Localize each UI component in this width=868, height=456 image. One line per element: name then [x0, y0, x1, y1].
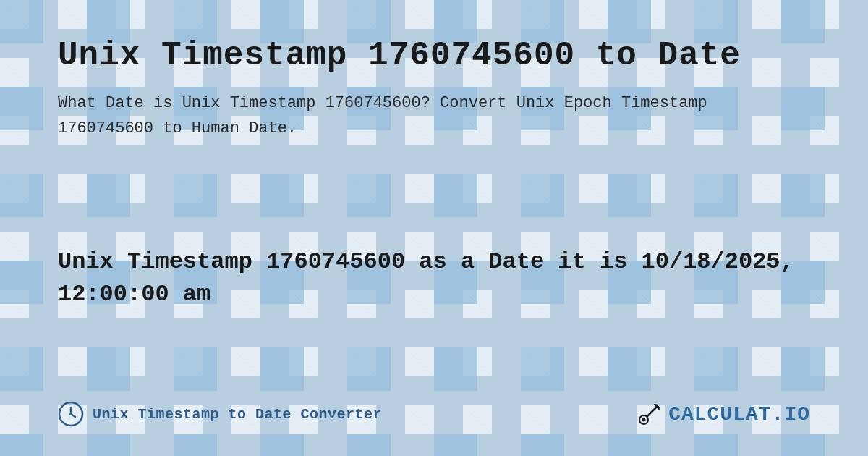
svg-line-6 — [647, 407, 657, 416]
logo-area: CALCULAT.IO — [637, 401, 810, 427]
svg-point-5 — [642, 418, 646, 422]
footer: Unix Timestamp to Date Converter CALCULA… — [58, 401, 810, 434]
logo-text: CALCULAT.IO — [668, 403, 810, 426]
logo-icon — [637, 401, 663, 427]
clock-icon — [58, 401, 84, 427]
top-section: Unix Timestamp 1760745600 to Date What D… — [58, 36, 810, 142]
footer-left: Unix Timestamp to Date Converter — [58, 401, 382, 427]
result-text: Unix Timestamp 1760745600 as a Date it i… — [58, 246, 810, 311]
page-content: Unix Timestamp 1760745600 to Date What D… — [0, 0, 868, 456]
logo-text-accent: .IO — [772, 403, 810, 426]
footer-label[interactable]: Unix Timestamp to Date Converter — [93, 406, 382, 423]
svg-point-3 — [69, 413, 72, 415]
page-description: What Date is Unix Timestamp 1760745600? … — [58, 90, 709, 141]
logo-text-main: CALCULAT — [668, 403, 771, 426]
page-title: Unix Timestamp 1760745600 to Date — [58, 36, 810, 76]
result-section: Unix Timestamp 1760745600 as a Date it i… — [58, 246, 810, 311]
